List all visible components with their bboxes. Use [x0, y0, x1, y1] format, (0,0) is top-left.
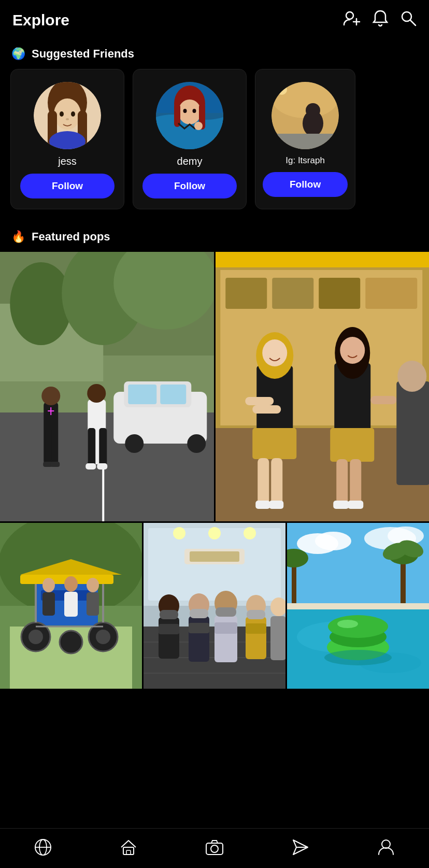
bell-icon[interactable] — [372, 9, 389, 31]
svg-rect-123 — [159, 624, 179, 634]
svg-rect-81 — [348, 501, 363, 509]
svg-rect-61 — [225, 278, 267, 309]
svg-point-168 — [382, 840, 390, 848]
svg-point-10 — [60, 111, 64, 117]
svg-point-113 — [208, 527, 221, 539]
svg-rect-134 — [246, 617, 266, 659]
svg-rect-128 — [190, 609, 208, 618]
svg-rect-80 — [333, 501, 349, 509]
featured-photo-5[interactable] — [287, 523, 429, 689]
featured-pops-emoji: 🔥 — [11, 230, 25, 244]
avatar-itsraph — [271, 82, 339, 149]
home-nav[interactable] — [119, 838, 138, 857]
svg-rect-56 — [97, 463, 107, 469]
svg-rect-163 — [126, 850, 131, 855]
svg-rect-84 — [370, 396, 396, 404]
svg-point-102 — [64, 576, 78, 592]
svg-point-141 — [315, 532, 351, 550]
svg-point-22 — [194, 122, 203, 130]
svg-rect-48 — [50, 462, 60, 467]
bottom-navigation — [0, 828, 429, 868]
suggested-friends-emoji: 🌍 — [11, 47, 25, 61]
svg-rect-79 — [350, 459, 361, 505]
explore-nav[interactable] — [34, 838, 52, 857]
svg-rect-40 — [160, 385, 186, 404]
featured-pops-header: 🔥 Featured pops — [0, 222, 429, 252]
add-friend-icon[interactable] — [343, 9, 361, 31]
page-title: Explore — [12, 11, 69, 29]
friend-card-itsraph: Ig: Itsraph Follow — [255, 69, 355, 209]
svg-rect-75 — [252, 405, 281, 414]
follow-button-jess[interactable]: Follow — [20, 174, 115, 198]
svg-point-52 — [87, 384, 106, 403]
friend-card-jess: jess Follow — [10, 69, 124, 209]
svg-point-112 — [173, 527, 185, 539]
svg-rect-46 — [51, 428, 58, 464]
svg-point-41 — [125, 434, 144, 453]
svg-rect-85 — [396, 381, 429, 485]
search-icon[interactable] — [400, 10, 417, 30]
friend-name-jess: jess — [58, 155, 77, 167]
suggested-friends-section: 🌍 Suggested Friends — [0, 39, 429, 222]
header-actions — [343, 9, 417, 31]
svg-point-165 — [211, 845, 218, 852]
svg-point-26 — [306, 103, 320, 118]
featured-pops-label: Featured pops — [32, 230, 110, 244]
svg-rect-122 — [159, 617, 179, 659]
follow-button-itsraph[interactable]: Follow — [263, 172, 348, 197]
svg-rect-127 — [189, 623, 209, 633]
suggested-friends-header: 🌍 Suggested Friends — [0, 39, 429, 69]
featured-grid-bottom — [0, 523, 429, 689]
svg-point-155 — [328, 615, 388, 638]
svg-rect-54 — [99, 428, 107, 467]
featured-photo-3[interactable] — [0, 523, 142, 689]
svg-point-11 — [71, 111, 75, 117]
svg-point-99 — [60, 631, 82, 653]
svg-point-42 — [187, 434, 206, 453]
svg-rect-105 — [87, 592, 99, 616]
svg-point-96 — [28, 630, 43, 644]
svg-point-0 — [346, 12, 353, 19]
svg-rect-135 — [246, 623, 266, 634]
svg-rect-71 — [269, 501, 283, 509]
svg-point-104 — [87, 578, 99, 592]
friend-name-itsraph: Ig: Itsraph — [285, 155, 325, 166]
svg-point-13 — [66, 118, 69, 120]
svg-rect-59 — [216, 252, 430, 267]
svg-point-28 — [277, 84, 287, 95]
svg-rect-138 — [270, 616, 285, 660]
follow-button-demy[interactable]: Follow — [142, 174, 237, 198]
svg-rect-162 — [123, 847, 134, 855]
svg-rect-64 — [365, 278, 417, 309]
svg-point-114 — [244, 527, 256, 539]
suggested-friends-label: Suggested Friends — [32, 47, 134, 61]
svg-rect-53 — [88, 428, 95, 467]
featured-pops-section: 🔥 Featured pops — [0, 222, 429, 689]
svg-point-157 — [337, 620, 358, 628]
svg-rect-136 — [247, 610, 265, 619]
svg-point-20 — [183, 109, 187, 113]
svg-point-21 — [193, 109, 196, 113]
svg-rect-131 — [214, 622, 237, 634]
svg-rect-62 — [272, 278, 313, 309]
friend-card-demy: demy Follow — [133, 69, 247, 209]
svg-rect-158 — [287, 603, 429, 609]
svg-point-100 — [42, 578, 55, 592]
svg-rect-124 — [160, 610, 178, 619]
featured-photo-4[interactable] — [144, 523, 285, 689]
avatar-jess — [34, 82, 101, 149]
svg-rect-70 — [255, 501, 270, 509]
camera-nav[interactable] — [205, 838, 224, 857]
svg-rect-78 — [336, 459, 348, 505]
featured-photo-2[interactable] — [216, 252, 430, 521]
featured-grid-top — [0, 252, 429, 523]
svg-rect-74 — [245, 397, 274, 405]
svg-rect-27 — [271, 134, 339, 149]
friend-name-demy: demy — [177, 155, 203, 167]
svg-point-98 — [96, 630, 110, 644]
profile-nav[interactable] — [377, 838, 395, 857]
send-nav[interactable] — [291, 838, 310, 857]
featured-photo-1[interactable] — [0, 252, 214, 521]
svg-rect-67 — [252, 428, 296, 459]
bottom-spacer — [0, 689, 429, 735]
